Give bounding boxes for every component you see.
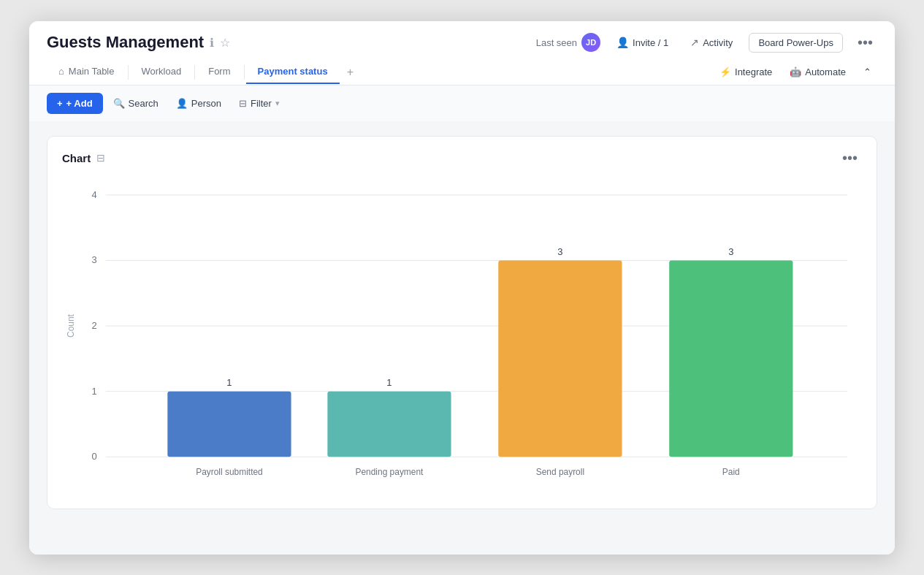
activity-icon: ↗ bbox=[690, 37, 699, 48]
filter-button[interactable]: ⊟ Filter ▾ bbox=[232, 94, 287, 113]
bar-label-4: Paid bbox=[722, 467, 740, 477]
integrate-button[interactable]: ⚡ Integrate bbox=[714, 63, 778, 81]
chart-header: Chart ⊟ ••• bbox=[62, 148, 862, 168]
chevron-up-icon: ⌃ bbox=[863, 66, 871, 77]
tab-divider-1 bbox=[128, 65, 129, 80]
invite-button[interactable]: 👤 Invite / 1 bbox=[611, 33, 674, 52]
bar-send-payroll bbox=[498, 260, 622, 457]
chart-more-button[interactable]: ••• bbox=[838, 148, 862, 168]
add-icon: + bbox=[57, 98, 63, 109]
tab-main-table[interactable]: ⌂ Main Table bbox=[47, 60, 126, 84]
toolbar: + + Add 🔍 Search 👤 Person ⊟ Filter ▾ bbox=[29, 85, 895, 121]
person-label: Person bbox=[191, 98, 221, 109]
activity-label: Activity bbox=[703, 37, 733, 48]
tab-form-label: Form bbox=[208, 66, 230, 77]
bar-paid bbox=[669, 260, 793, 457]
tab-divider-3 bbox=[244, 65, 245, 80]
star-icon[interactable]: ☆ bbox=[220, 36, 230, 50]
page-title: Guests Management bbox=[47, 33, 204, 52]
tab-add-button[interactable]: + bbox=[340, 60, 361, 85]
y-axis-label: Count bbox=[66, 313, 76, 338]
bar-label-2: Pending payment bbox=[355, 467, 424, 477]
title-area: Guests Management ℹ ☆ bbox=[47, 33, 230, 52]
chart-filter-icon[interactable]: ⊟ bbox=[96, 152, 105, 164]
automate-button[interactable]: 🤖 Automate bbox=[784, 63, 852, 81]
chart-area: 4 3 2 1 0 Count 1 Payroll submitted bbox=[62, 180, 862, 494]
chevron-down-icon: ▾ bbox=[275, 99, 280, 108]
add-button[interactable]: + + Add bbox=[47, 93, 103, 114]
person-icon: 👤 bbox=[616, 37, 629, 48]
invite-label: Invite / 1 bbox=[633, 37, 668, 48]
header-more-button[interactable]: ••• bbox=[853, 33, 877, 53]
bar-label-1: Payroll submitted bbox=[196, 467, 263, 477]
y-label-2: 2 bbox=[92, 320, 97, 331]
home-icon: ⌂ bbox=[58, 66, 64, 77]
tab-divider-2 bbox=[194, 65, 195, 80]
last-seen: Last seen JD bbox=[536, 33, 600, 52]
search-icon: 🔍 bbox=[113, 98, 125, 109]
y-label-3: 3 bbox=[92, 254, 97, 265]
bar-pending-payment bbox=[327, 391, 451, 457]
collapse-button[interactable]: ⌃ bbox=[858, 63, 877, 81]
chart-title: Chart bbox=[62, 152, 91, 164]
chart-card: Chart ⊟ ••• bbox=[47, 136, 877, 509]
add-label: + Add bbox=[66, 98, 93, 109]
bar-label-4-value: 3 bbox=[728, 245, 733, 256]
automate-label: Automate bbox=[805, 66, 846, 77]
filter-label: Filter bbox=[251, 98, 272, 109]
y-label-0: 0 bbox=[92, 451, 97, 462]
y-label-4: 4 bbox=[92, 189, 97, 199]
tab-form[interactable]: Form bbox=[196, 60, 242, 84]
tab-main-table-label: Main Table bbox=[69, 66, 115, 77]
board-powerups-label: Board Power-Ups bbox=[758, 37, 833, 48]
bar-chart: 4 3 2 1 0 Count 1 Payroll submitted bbox=[62, 180, 862, 494]
app-window: Guests Management ℹ ☆ Last seen JD 👤 Inv… bbox=[29, 21, 895, 555]
header-secondary-right: ⚡ Integrate 🤖 Automate ⌃ bbox=[714, 63, 877, 81]
bar-payroll-submitted bbox=[167, 391, 291, 457]
avatar: JD bbox=[581, 33, 600, 52]
board-powerups-button[interactable]: Board Power-Ups bbox=[749, 33, 843, 53]
main-content: Chart ⊟ ••• bbox=[29, 121, 895, 555]
person-filter-icon: 👤 bbox=[176, 98, 188, 109]
tab-workload-label: Workload bbox=[142, 66, 182, 77]
tab-workload[interactable]: Workload bbox=[130, 60, 194, 84]
activity-button[interactable]: ↗ Activity bbox=[684, 33, 738, 52]
chart-title-area: Chart ⊟ bbox=[62, 152, 105, 164]
tab-payment-status[interactable]: Payment status bbox=[246, 60, 340, 84]
tab-payment-status-label: Payment status bbox=[258, 66, 328, 77]
tabs: ⌂ Main Table Workload Form Payment statu… bbox=[47, 60, 361, 85]
bar-label-3-value: 3 bbox=[557, 245, 562, 256]
person-filter-button[interactable]: 👤 Person bbox=[169, 94, 229, 113]
search-button[interactable]: 🔍 Search bbox=[106, 94, 166, 113]
last-seen-label: Last seen bbox=[536, 37, 577, 48]
header-top: Guests Management ℹ ☆ Last seen JD 👤 Inv… bbox=[47, 33, 877, 53]
integrate-label: Integrate bbox=[735, 66, 772, 77]
search-label: Search bbox=[129, 98, 159, 109]
bar-label-2-value: 1 bbox=[386, 376, 392, 387]
y-label-1: 1 bbox=[92, 385, 97, 396]
integrate-icon: ⚡ bbox=[719, 66, 731, 77]
filter-icon: ⊟ bbox=[239, 98, 247, 109]
info-icon[interactable]: ℹ bbox=[210, 36, 214, 50]
automate-icon: 🤖 bbox=[790, 66, 801, 77]
bar-label-3: Send payroll bbox=[536, 467, 584, 477]
header-right: Last seen JD 👤 Invite / 1 ↗ Activity Boa… bbox=[536, 33, 877, 53]
header: Guests Management ℹ ☆ Last seen JD 👤 Inv… bbox=[29, 21, 895, 85]
bar-label-1-value: 1 bbox=[226, 376, 232, 387]
